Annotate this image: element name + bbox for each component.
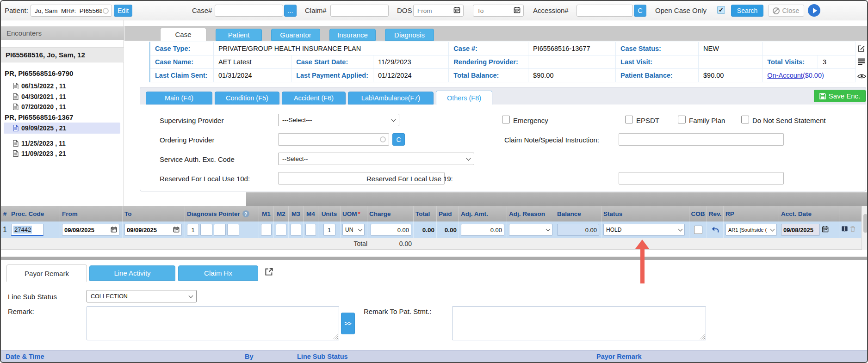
case-number-input[interactable] xyxy=(215,5,283,17)
emergency-checkbox[interactable] xyxy=(502,116,510,123)
units-input[interactable]: 1 xyxy=(323,224,335,236)
tab-others-f8[interactable]: Others (F8) xyxy=(436,91,492,105)
clear-icon[interactable] xyxy=(380,136,386,142)
grid-scrollbar[interactable] xyxy=(862,206,868,250)
ordering-provider-field[interactable] xyxy=(281,135,380,144)
case-lookup-button[interactable]: ... xyxy=(284,5,297,17)
section-splitter[interactable] xyxy=(246,192,868,206)
tab-accident-f6[interactable]: Accident (F6) xyxy=(282,92,346,105)
tab-case[interactable]: Case xyxy=(160,28,206,41)
diag-pointer-4-input[interactable] xyxy=(227,224,239,236)
on-account-amount: ($0.00) xyxy=(803,72,824,79)
edit-button[interactable]: Edit xyxy=(114,5,132,17)
trash-icon[interactable] xyxy=(850,226,856,234)
expand-remark-button[interactable]: >> xyxy=(341,313,355,334)
external-link-icon[interactable] xyxy=(265,267,273,278)
m1-input[interactable] xyxy=(261,224,272,236)
supervising-provider-select[interactable]: ---Select--- xyxy=(278,114,399,126)
calendar-icon[interactable] xyxy=(514,6,521,15)
dos-from-input[interactable] xyxy=(413,5,464,17)
acct-date-input[interactable]: 09/08/2025 xyxy=(781,224,820,236)
patient-input-field[interactable] xyxy=(34,7,103,15)
claim-number-field[interactable] xyxy=(334,7,385,15)
accession-input[interactable] xyxy=(577,5,633,17)
status-select[interactable]: HOLD xyxy=(603,224,685,236)
charge-input[interactable]: 0.00 xyxy=(371,224,411,236)
close-button[interactable]: Close xyxy=(768,5,804,17)
tab-guarantor[interactable]: Guarantor xyxy=(271,29,320,41)
to-date-input[interactable]: 09/09/2025 xyxy=(124,224,182,236)
dos-to-input[interactable] xyxy=(473,5,524,17)
rp-select[interactable]: AR1 [Southside ( xyxy=(725,224,777,236)
diag-pointer-1-input[interactable]: 1 xyxy=(187,224,199,236)
tab-insurance[interactable]: Insurance xyxy=(329,29,376,41)
calendar-icon[interactable] xyxy=(453,6,460,15)
dos-to-field[interactable] xyxy=(476,7,514,15)
patient-input[interactable] xyxy=(31,5,112,17)
calendar-icon[interactable] xyxy=(173,226,180,234)
encounter-item[interactable]: 11/25/2023 , 11 xyxy=(4,138,120,149)
search-button[interactable]: Search xyxy=(731,5,763,17)
remark-to-pat-textarea[interactable] xyxy=(452,306,706,340)
m3-input[interactable] xyxy=(291,224,301,236)
tab-diagnosis[interactable]: Diagnosis xyxy=(385,29,434,41)
line-sub-status-select[interactable]: COLLECTION xyxy=(87,290,197,302)
tab-main-f4[interactable]: Main (F4) xyxy=(146,92,212,105)
accession-c-button[interactable]: C xyxy=(634,5,646,17)
diag-pointer-3-input[interactable] xyxy=(214,224,226,236)
from-date-input[interactable]: 09/09/2025 xyxy=(62,224,119,236)
footer-by: By xyxy=(245,353,254,360)
ordering-provider-input[interactable] xyxy=(278,133,389,146)
family-plan-checkbox[interactable] xyxy=(678,116,686,123)
reverse-icon[interactable] xyxy=(707,221,724,238)
uom-select[interactable]: UN xyxy=(342,224,365,236)
calendar-icon[interactable] xyxy=(111,226,117,234)
eye-icon[interactable] xyxy=(857,73,866,81)
encounter-item-selected[interactable]: 09/09/2025 , 21 xyxy=(4,123,120,134)
help-icon[interactable]: ? xyxy=(242,210,249,217)
accession-field[interactable] xyxy=(580,7,630,15)
epsdt-checkbox[interactable] xyxy=(625,116,633,123)
encounter-item[interactable]: 11/09/2023 , 21 xyxy=(4,148,120,159)
cob-checkbox[interactable] xyxy=(694,226,702,234)
encounter-item[interactable]: 04/30/2021 , 11 xyxy=(4,91,120,102)
save-encounter-button[interactable]: Save Enc. xyxy=(814,90,866,102)
encounter-item[interactable]: 06/15/2022 , 11 xyxy=(4,80,120,92)
remark-textarea[interactable] xyxy=(87,306,339,340)
do-not-send-checkbox[interactable] xyxy=(741,116,749,123)
claim-note-input[interactable] xyxy=(619,133,784,146)
dos-from-field[interactable] xyxy=(416,7,453,15)
tab-patient[interactable]: Patient xyxy=(216,29,262,41)
adj-reason-select[interactable] xyxy=(509,224,552,236)
tab-condition-f5[interactable]: Condition (F5) xyxy=(215,92,279,105)
claim-number-input[interactable] xyxy=(330,5,389,17)
tab-payor-remark[interactable]: Payor Remark xyxy=(6,265,87,282)
tab-claim-hx[interactable]: Claim Hx xyxy=(178,265,258,281)
play-button[interactable] xyxy=(808,4,820,17)
clear-icon[interactable] xyxy=(103,8,109,14)
reserved-19-field[interactable] xyxy=(622,174,781,183)
m2-input[interactable] xyxy=(276,224,286,236)
calendar-icon[interactable] xyxy=(822,226,829,234)
open-case-only-checkbox[interactable] xyxy=(717,6,725,14)
sidebar-group-label[interactable]: PR, PI65568516-9790 xyxy=(5,69,73,77)
reserved-19-input[interactable] xyxy=(619,172,784,185)
list-icon[interactable] xyxy=(857,58,865,67)
tab-line-activity[interactable]: Line Activity xyxy=(89,265,175,281)
edit-case-icon[interactable] xyxy=(857,44,865,54)
journal-icon[interactable] xyxy=(841,226,848,234)
last-visit-value xyxy=(699,55,763,69)
ordering-c-button[interactable]: C xyxy=(392,133,405,146)
encounter-item[interactable]: 07/20/2020 , 11 xyxy=(4,101,120,112)
tab-lab-ambulance-f7[interactable]: Lab\Ambulance(F7) xyxy=(348,92,434,105)
service-auth-select[interactable]: --Select-- xyxy=(278,153,474,165)
diag-pointer-2-input[interactable] xyxy=(200,224,212,236)
claim-note-field[interactable] xyxy=(622,135,781,144)
on-account-link[interactable]: On-Account xyxy=(767,72,803,79)
proc-code-input[interactable]: 27442 xyxy=(11,224,43,236)
m4-input[interactable] xyxy=(305,224,316,236)
sidebar-group-label[interactable]: PR, PI65568516-1367 xyxy=(5,113,73,121)
case-number-field[interactable] xyxy=(218,7,280,15)
adj-amt-input[interactable]: 0.00 xyxy=(461,224,504,236)
sidebar-patient-node[interactable]: PI65568516, Jo, Sam, 12 xyxy=(1,47,124,62)
